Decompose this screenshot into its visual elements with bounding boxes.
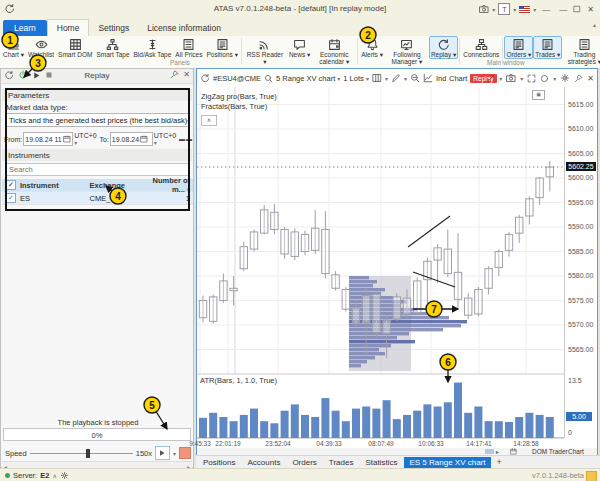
chart-hscrollbar[interactable]	[485, 449, 494, 454]
close-button[interactable]: ✕	[584, 5, 597, 14]
server-label: Server:	[13, 471, 37, 480]
all-prices-icon	[182, 38, 195, 51]
fullscreen-icon[interactable]	[527, 74, 536, 83]
ribbon-button-watchlist[interactable]: Watchlist	[26, 36, 56, 59]
layout-icon[interactable]	[372, 73, 382, 83]
price-tick: 5570.00	[568, 321, 593, 328]
connection-status-icon	[5, 473, 10, 478]
ribbon-collapse-icon[interactable]: ▴	[593, 21, 596, 28]
language-flag-icon[interactable]	[519, 6, 530, 13]
ribbon-tab-row: LearnHomeSettingsLicense information	[0, 18, 600, 37]
status-bar: Server: E2 ∧ v7.0.1.248-beta	[0, 468, 600, 481]
chart-mode-label: Chart	[449, 74, 467, 83]
ribbon-button-trades[interactable]: Trades ▾	[533, 36, 562, 59]
ribbon-button-following-manager[interactable]: Following Manager ▾	[385, 36, 429, 66]
indicators-icon[interactable]	[423, 73, 433, 83]
playback-progress-bar[interactable]: 0%	[3, 428, 191, 441]
price-tick: 5600.00	[568, 174, 593, 181]
ribbon-button-bidask-tape[interactable]: Bid/Ask Tape	[132, 36, 174, 59]
screenshot-icon[interactable]	[479, 4, 489, 14]
ribbon-tab-license-information[interactable]: License information	[138, 20, 230, 36]
time-tick: 23:52:04	[258, 440, 298, 447]
status-gear-icon[interactable]	[60, 471, 69, 480]
drawing-tools-icon[interactable]	[391, 73, 401, 83]
price-tick: 5565.00	[568, 346, 593, 353]
play-button[interactable]	[155, 446, 170, 460]
pane-restore-icon[interactable]: ▣	[532, 90, 545, 100]
play-options-caret[interactable]: ▾	[173, 450, 176, 457]
symbol-selector[interactable]: #ESU4@CME	[213, 74, 261, 83]
settings-gear-icon[interactable]	[560, 73, 570, 83]
go-to-date-icon[interactable]	[510, 448, 517, 455]
dom-trader-link[interactable]: DOM Trader	[532, 448, 568, 455]
notification-icon[interactable]	[586, 471, 597, 481]
font-settings-icon[interactable]: T	[498, 3, 510, 15]
price-tick: 5605.00	[568, 150, 593, 157]
tab-statistics[interactable]: Statistics	[360, 457, 402, 468]
slider-thumb[interactable]	[86, 449, 90, 458]
price-axis[interactable]: 5615.005610.005605.005600.005595.005590.…	[564, 87, 597, 438]
zoom-out-icon[interactable]	[410, 73, 420, 83]
ribbon-button-orders[interactable]: Orders ▾	[504, 36, 533, 59]
tab-positions[interactable]: Positions	[198, 457, 240, 468]
tab-accounts[interactable]: Accounts	[242, 457, 285, 468]
indicators-button[interactable]: Indicators	[436, 74, 446, 83]
ribbon-button-connections[interactable]: Connections	[461, 36, 501, 59]
atas-window: ATAS v7.0.1.248-beta - [default] [In rep…	[0, 0, 600, 481]
ribbon-button-smart-tape[interactable]: Smart Tape	[94, 36, 131, 59]
tab-trades[interactable]: Trades	[324, 457, 359, 468]
legend-zigzag[interactable]: ZigZag pro(Bars, True)	[201, 92, 277, 102]
pin-icon[interactable]	[170, 70, 179, 79]
replay-panel-title: Replay	[1, 71, 193, 80]
search-icon[interactable]	[264, 74, 273, 83]
speed-slider[interactable]	[30, 449, 133, 458]
chart-screenshot-icon[interactable]	[506, 73, 516, 83]
record-button[interactable]	[179, 447, 191, 459]
ribbon-button-chart[interactable]: Chart ▾	[1, 36, 26, 59]
ribbon-button-news[interactable]: News ▾	[287, 36, 312, 59]
ribbon-tab-learn[interactable]: Learn	[3, 20, 47, 36]
period-selector[interactable]: 5 Range XV chart ▾	[276, 74, 340, 83]
ribbon-group-divider	[357, 38, 358, 64]
ribbon-tab-settings[interactable]: Settings	[89, 20, 138, 36]
watchlist-icon	[35, 38, 48, 51]
ribbon-button-smart-dom[interactable]: Smart DOM	[56, 36, 94, 59]
ribbon-button-alerts[interactable]: Alerts ▾	[359, 36, 385, 59]
time-tick: 08:07:49	[361, 440, 401, 447]
speed-label: Speed	[5, 449, 27, 458]
chart-icon	[7, 38, 20, 51]
scroll-right-icon[interactable]: ▸	[496, 448, 499, 455]
tab-active-chart[interactable]: ES 5 Range XV chart	[404, 457, 490, 468]
chart-plot[interactable]	[197, 87, 564, 438]
ribbon-button-rss-reader[interactable]: RSS Reader ▾	[243, 36, 287, 66]
ribbon-button-all-prices[interactable]: All Prices	[173, 36, 204, 59]
last-price-badge: 5602.25	[566, 162, 596, 171]
trades-icon	[541, 38, 554, 51]
chart-pin-icon[interactable]	[574, 74, 583, 83]
ribbon-button-replay[interactable]: Replay ▾	[429, 36, 458, 59]
time-tick: 22:01:19	[208, 440, 248, 447]
maximize-button[interactable]	[573, 5, 581, 13]
price-tick: 5580.00	[568, 272, 593, 279]
panel-close-icon[interactable]: ✕	[183, 70, 190, 79]
collapse-button[interactable]: —	[539, 5, 553, 14]
resize-icon[interactable]	[486, 74, 495, 83]
minimize-button[interactable]: —	[556, 5, 570, 14]
chart-close-icon[interactable]: ✕	[587, 74, 594, 83]
ribbon-button-economic-calendar[interactable]: Economic calendar ▾	[312, 36, 356, 66]
server-expand-icon[interactable]: ∧	[52, 472, 56, 479]
news-icon	[293, 38, 306, 51]
tab-orders[interactable]: Orders	[287, 457, 321, 468]
ribbon-button-trading-strategies[interactable]: Trading strategies ▾	[562, 36, 600, 66]
atr-indicator-label[interactable]: ATR(Bars, 1, 1.0, True)	[200, 376, 277, 385]
lots-selector[interactable]: 1 Lots ▾	[343, 74, 369, 83]
add-tab-button[interactable]: +	[493, 457, 506, 467]
time-tick: 04:39:33	[309, 440, 349, 447]
price-tick: 5585.00	[568, 248, 593, 255]
ribbon-tab-home[interactable]: Home	[47, 19, 90, 37]
legend-collapse-button[interactable]: ∧	[201, 115, 217, 126]
refresh-icon[interactable]	[200, 73, 210, 83]
theme-icon[interactable]	[540, 74, 549, 83]
ribbon-button-positions[interactable]: Positions ▾	[204, 36, 239, 59]
legend-fractals[interactable]: Fractals(Bars, True)	[201, 102, 277, 112]
